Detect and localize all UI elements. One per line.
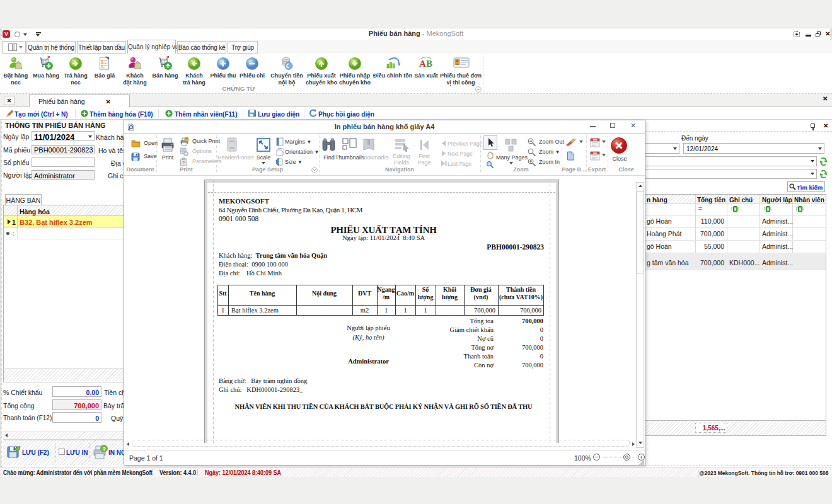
svg-text:B: B <box>426 59 432 69</box>
svg-text:A: A <box>419 59 426 69</box>
svg-text:?: ? <box>103 446 107 452</box>
svg-text:?: ? <box>182 160 185 166</box>
